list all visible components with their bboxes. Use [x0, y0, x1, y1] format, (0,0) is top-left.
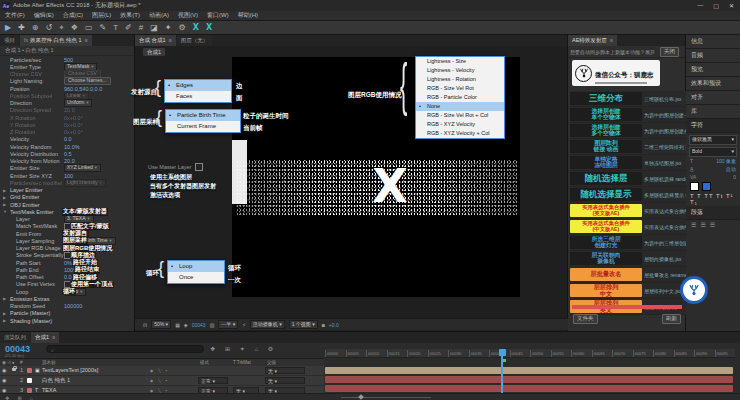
snapshot-icon[interactable]: ⊡ — [143, 322, 147, 328]
property-value[interactable]: 20.0 — [64, 158, 75, 164]
exposure-value[interactable]: +0.0 — [329, 322, 339, 328]
panel-menu-icon[interactable]: ≡ — [52, 334, 55, 340]
script-button-选择层创建[interactable]: 选择层创建多个空物体 — [570, 124, 642, 137]
maximize-button[interactable]: ▢ — [713, 2, 719, 9]
timeline-search-input[interactable]: ⌕ — [46, 345, 204, 353]
tool-icon-11[interactable]: ◪ — [150, 23, 158, 32]
loop-dropdown[interactable]: •LoopOnce — [167, 260, 225, 284]
layer-color-chip[interactable] — [27, 378, 32, 383]
font-size-value[interactable]: 100 像素 — [716, 158, 736, 164]
close-button[interactable]: ✕ — [729, 2, 734, 9]
tool-icon-4[interactable]: ⌖ — [59, 23, 64, 33]
magnification-dropdown[interactable]: 50% ▾ — [151, 320, 171, 329]
option-rgb-size-vel-rot-col[interactable]: RGB - Size Vel Rot + Col — [416, 111, 504, 120]
tab-comp-timeline[interactable]: 合成1≡ — [31, 332, 59, 343]
tab-script-panel[interactable]: AE特效发射层≡ — [568, 35, 617, 46]
sidebar-tab-库[interactable]: 库 — [686, 105, 740, 119]
twirl-icon[interactable]: ▶ — [3, 195, 10, 200]
tracking-value[interactable]: 0 — [733, 174, 736, 180]
menu-item-0[interactable]: 文件(F) — [5, 11, 25, 20]
script-button-所选三维层[interactable]: 所选三维层创建灯光 — [570, 236, 642, 249]
option-current-frame[interactable]: Current Frame — [166, 121, 240, 132]
property-value[interactable]: 0x+0.0° — [64, 129, 83, 135]
menu-item-1[interactable]: 编辑(E) — [34, 11, 54, 20]
table-row-layer-2[interactable]: ◉2白色 纯色 1◆ ╲ ▪正常 ▾无 ▾ — [0, 376, 324, 386]
leading-value[interactable]: 自动 — [726, 166, 736, 172]
option-lightness-rotation[interactable]: Lightness - Rotation — [416, 75, 504, 84]
panel-menu-icon[interactable]: ≡ — [169, 37, 172, 43]
visibility-eye-icon[interactable]: ◉ — [2, 366, 6, 375]
timeline-zoom-slider[interactable] — [341, 397, 431, 398]
option-rgb-xyz-velocity[interactable]: RGB - XYZ Velocity — [416, 120, 504, 129]
tool-icon-12[interactable]: ✦ — [165, 23, 172, 32]
tool-icon-2[interactable]: ⊕ — [32, 23, 39, 32]
option-loop[interactable]: •Loop — [168, 261, 224, 272]
sidebar-tab-信息[interactable]: 信息 — [686, 35, 740, 49]
property-value[interactable]: 100000 — [64, 303, 82, 309]
layer-duration-bar-1[interactable] — [325, 367, 733, 374]
option-none[interactable]: •None — [416, 102, 504, 111]
menu-item-3[interactable]: 图层(L) — [92, 11, 111, 20]
tool-icon-6[interactable]: ▭ — [85, 23, 93, 32]
script-button-层关联朝向[interactable]: 层关联朝向摄像机 — [570, 252, 642, 265]
property-value[interactable]: 10.0% — [64, 144, 80, 150]
tab-render-queue[interactable]: 渲染队列 — [0, 332, 30, 343]
align-right-icon[interactable]: ☰ — [710, 221, 715, 228]
script-button-实用表达式集合插件[interactable]: 实用表达式集合插件(英文版AE) — [570, 204, 642, 217]
layer-switches[interactable]: ◆ ╲ ▪ — [150, 376, 169, 385]
option-rgb-size-vel-rot[interactable]: RGB - Size Vel Rot — [416, 84, 504, 93]
option-lightness-velocity[interactable]: Lightness - Velocity — [416, 66, 504, 75]
tool-icon-7[interactable]: ✎ — [100, 23, 107, 32]
graph-editor-icon[interactable]: ⊞ — [17, 395, 21, 400]
property-value[interactable]: 0% — [64, 260, 72, 266]
tool-icon-1[interactable]: ✚ — [18, 23, 25, 32]
script-button-三维分布[interactable]: 三维分布 — [570, 92, 642, 105]
checkerboard-icon[interactable]: ▨ — [210, 322, 215, 328]
sidebar-tab-对齐[interactable]: 对齐 — [686, 91, 740, 105]
twirl-icon[interactable]: ▶ — [3, 188, 10, 193]
twirl-icon[interactable]: ▶ — [3, 296, 10, 301]
property-value[interactable]: 0.0 — [64, 274, 72, 280]
script-button-图层阵列[interactable]: 图层阵列链接 动画 — [570, 140, 642, 153]
plugin-icon-0[interactable]: Ⅹ — [193, 23, 199, 32]
expand-icon[interactable]: ❖ — [5, 395, 9, 400]
rgb-usage-menu[interactable]: Lightness - SizeLightness - VelocityLigh… — [415, 56, 505, 139]
tool-icon-5[interactable]: ❖ — [71, 23, 78, 32]
property-value[interactable]: 960.0,540.0,0.0 — [64, 86, 102, 92]
twirl-icon[interactable]: ▼ — [3, 209, 10, 214]
option-edges[interactable]: •Edges — [165, 80, 231, 91]
menu-item-5[interactable]: 动画(A) — [149, 11, 169, 20]
refresh-button[interactable]: 刷新 — [662, 314, 681, 324]
channels-icon[interactable]: ◙ — [322, 322, 325, 328]
tool-icon-13[interactable]: ⚙ — [179, 23, 186, 32]
option-rgb-xyz-velocity-col[interactable]: RGB - XYZ Velocity + Col — [416, 129, 504, 138]
tool-icon-9[interactable]: ✐ — [125, 23, 132, 32]
option-once[interactable]: Once — [168, 272, 224, 283]
layer-duration-bar-2[interactable] — [325, 376, 733, 383]
view-dropdown[interactable]: 活动摄像机 ▾ — [250, 320, 285, 329]
parent-dropdown[interactable]: 无 ▾ — [265, 377, 305, 384]
script-button-单独定格[interactable]: 单独定格冻结图层 — [570, 156, 642, 169]
align-center-icon[interactable]: ☰ — [700, 221, 705, 228]
faux-styles-row[interactable]: T T TT Tt T¹ T₁ — [686, 192, 740, 206]
property-value[interactable]: 500 — [64, 57, 73, 63]
script-button-实用表达式集合插件[interactable]: 实用表达式集合插件(中文版AE) — [570, 220, 642, 233]
layer-name[interactable]: 白色 纯色 1 — [42, 376, 192, 385]
fill-color-swatch[interactable] — [690, 182, 699, 191]
grid-icon[interactable]: ▦ — [175, 322, 180, 328]
comp-breadcrumb[interactable]: 合成1 — [143, 48, 165, 56]
tab-project[interactable]: 项目 — [0, 35, 19, 46]
twirl-icon[interactable]: ▶ — [3, 311, 10, 316]
menu-item-6[interactable]: 视图(V) — [178, 11, 198, 20]
menu-item-2[interactable]: 合成(C) — [63, 11, 83, 20]
viewer-timecode[interactable]: 00043 — [192, 322, 206, 328]
parent-dropdown[interactable]: 无 ▾ — [265, 367, 305, 374]
tab-composition[interactable]: 合成 合成1≡ — [135, 35, 176, 46]
option-lightness-size[interactable]: Lightness - Size — [416, 57, 504, 66]
stroke-color-swatch[interactable] — [702, 182, 711, 191]
mask-toggle-icon[interactable]: ◈ — [184, 322, 188, 328]
close-notice-button[interactable]: 关闭 — [660, 47, 679, 57]
script-button-随机选择显示[interactable]: 随机选择显示 — [570, 188, 642, 201]
option-rgb-particle-color[interactable]: RGB - Particle Color — [416, 93, 504, 102]
lock-icon[interactable] — [12, 368, 16, 371]
